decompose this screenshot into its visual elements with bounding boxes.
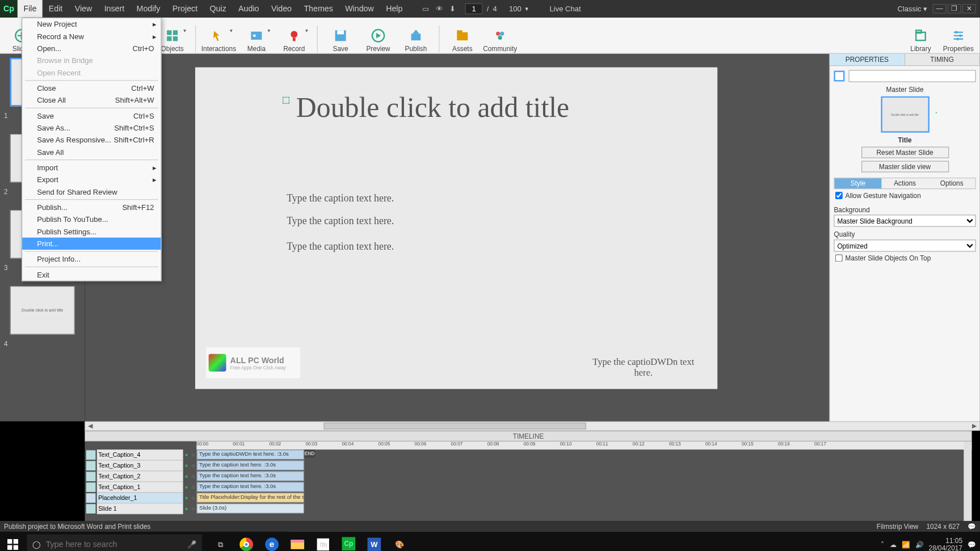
clip-Text_Caption_1[interactable]: Type the caption text here. :3.0s bbox=[196, 482, 304, 492]
menu-window[interactable]: Window bbox=[339, 0, 380, 18]
menu-modify[interactable]: Modify bbox=[131, 0, 166, 18]
task-view-icon[interactable]: ⧉ bbox=[210, 535, 232, 551]
master-slide-view-button[interactable]: Master slide view bbox=[861, 161, 948, 172]
tab-style[interactable]: Style bbox=[835, 178, 882, 188]
clip-Text_Caption_4[interactable]: Type the captioDWDn text here. :3.0s bbox=[196, 449, 304, 460]
tray-notif-icon[interactable]: 💬 bbox=[968, 541, 975, 548]
master-slide-thumb[interactable]: Double click to add title ▸ bbox=[881, 96, 929, 133]
file-menu-save-all[interactable]: Save All bbox=[22, 146, 161, 158]
layer-vis[interactable]: ● bbox=[183, 506, 190, 512]
sel-background[interactable]: Master Slide Background bbox=[834, 214, 975, 226]
tray-volume-icon[interactable]: 🔊 bbox=[915, 541, 923, 548]
master-slide-dd-icon[interactable]: ▸ bbox=[936, 111, 937, 115]
file-menu-exit[interactable]: Exit bbox=[22, 268, 161, 280]
file-menu-close-all[interactable]: Close AllShift+Alt+W bbox=[22, 94, 161, 106]
menu-themes[interactable]: Themes bbox=[298, 0, 339, 18]
slide-canvas[interactable]: Double click to add title Type the capti… bbox=[195, 68, 717, 389]
tab-properties[interactable]: PROPERTIES bbox=[830, 54, 905, 65]
menu-video[interactable]: Video bbox=[265, 0, 298, 18]
chk-ontop[interactable] bbox=[835, 254, 843, 262]
file-menu-import[interactable]: Import▸ bbox=[22, 162, 161, 174]
file-menu-new-project[interactable]: New Project▸ bbox=[22, 18, 161, 30]
live-chat[interactable]: Live Chat bbox=[550, 5, 581, 12]
start-button[interactable] bbox=[0, 532, 26, 551]
file-menu-send-for-shared-review[interactable]: Send for Shared Review bbox=[22, 186, 161, 197]
clip-Placeholder_1[interactable]: Title Placeholder:Display for the rest o… bbox=[196, 493, 304, 503]
hscroll-thumb[interactable] bbox=[323, 423, 586, 430]
canvas-hscroll[interactable]: ◀ ▶ bbox=[85, 421, 979, 431]
paint-icon[interactable]: 🎨 bbox=[389, 535, 411, 551]
caption-1[interactable]: Type the caption text here. bbox=[287, 192, 394, 204]
tool-media[interactable]: Media▼ bbox=[238, 19, 275, 52]
slide-title-placeholder[interactable]: Double click to add title bbox=[296, 91, 569, 124]
doc-icon[interactable]: ▭ bbox=[422, 5, 429, 13]
layer-Text_Caption_4[interactable]: Text_Caption_4 bbox=[97, 449, 183, 460]
chrome-icon[interactable] bbox=[235, 535, 257, 551]
tray-up-icon[interactable]: ˄ bbox=[881, 541, 884, 548]
menu-project[interactable]: Project bbox=[166, 0, 204, 18]
layer-Text_Caption_2[interactable]: Text_Caption_2 bbox=[97, 471, 183, 482]
file-menu-publish-to-youtube-[interactable]: Publish To YouTube... bbox=[22, 213, 161, 225]
layer-vis[interactable]: ● bbox=[183, 452, 190, 459]
hscroll-right[interactable]: ▶ bbox=[970, 423, 979, 430]
tab-timing[interactable]: TIMING bbox=[905, 54, 980, 65]
status-notif-icon[interactable]: 💬 bbox=[968, 523, 975, 530]
edge-icon[interactable]: e bbox=[261, 535, 283, 551]
taskbar-search[interactable]: ◯ 🎤 bbox=[27, 535, 201, 551]
search-input[interactable] bbox=[46, 540, 180, 549]
caption-bottom-right[interactable]: Type the captioDWDn text here. bbox=[583, 357, 704, 378]
file-menu-save-as-responsive-[interactable]: Save As Responsive...Shift+Ctrl+R bbox=[22, 134, 161, 146]
download-icon[interactable]: ⬇ bbox=[449, 5, 456, 13]
maximize-button[interactable]: ❐ bbox=[948, 4, 961, 14]
file-menu-save[interactable]: SaveCtrl+S bbox=[22, 110, 161, 121]
tray-wifi-icon[interactable]: 📶 bbox=[902, 541, 910, 548]
slide-name-input[interactable] bbox=[849, 70, 976, 82]
file-menu-open-[interactable]: Open...Ctrl+O bbox=[22, 43, 161, 54]
layer-vis[interactable]: ● bbox=[183, 473, 190, 480]
file-menu-close[interactable]: CloseCtrl+W bbox=[22, 82, 161, 94]
tool-publish[interactable]: Publish bbox=[397, 19, 435, 52]
clip-Slide 1[interactable]: Slide (3.0s) bbox=[196, 503, 304, 514]
tool-interactions[interactable]: Interactions▼ bbox=[200, 19, 237, 52]
close-button[interactable]: ✕ bbox=[962, 4, 976, 14]
page-current-input[interactable] bbox=[465, 3, 483, 14]
menu-quiz[interactable]: Quiz bbox=[204, 0, 233, 18]
layer-Slide 1[interactable]: Slide 1 bbox=[97, 503, 183, 514]
caption-2[interactable]: Type the caption text here. bbox=[287, 216, 394, 227]
layer-vis[interactable]: ● bbox=[183, 495, 190, 502]
tool-preview[interactable]: Preview bbox=[359, 19, 397, 52]
tool-library[interactable]: Library bbox=[902, 19, 939, 52]
menu-view[interactable]: View bbox=[69, 0, 98, 18]
clip-Text_Caption_2[interactable]: Type the caption text here. :3.0s bbox=[196, 471, 304, 481]
layer-lock[interactable]: ○ bbox=[190, 462, 196, 469]
layer-Text_Caption_1[interactable]: Text_Caption_1 bbox=[97, 482, 183, 493]
captivate-icon[interactable]: Cp bbox=[338, 535, 359, 551]
layer-vis[interactable]: ● bbox=[183, 484, 190, 491]
tool-save[interactable]: Save bbox=[322, 19, 359, 52]
menu-help[interactable]: Help bbox=[380, 0, 409, 18]
tool-community[interactable]: Community bbox=[481, 19, 519, 52]
layer-lock[interactable]: ○ bbox=[190, 484, 196, 491]
timeline-vscroll[interactable] bbox=[964, 441, 971, 521]
store-icon[interactable]: 🛍 bbox=[312, 535, 334, 551]
eye-icon[interactable]: 👁 bbox=[436, 5, 443, 12]
file-menu-publish-settings-[interactable]: Publish Settings... bbox=[22, 225, 161, 237]
workspace-selector[interactable]: Classic ▾ bbox=[898, 5, 928, 13]
mic-icon[interactable]: 🎤 bbox=[187, 540, 197, 549]
menu-audio[interactable]: Audio bbox=[232, 0, 265, 18]
clip-Text_Caption_3[interactable]: Type the caption text here. :3.0s bbox=[196, 460, 304, 470]
menu-edit[interactable]: Edit bbox=[43, 0, 69, 18]
layer-Text_Caption_3[interactable]: Text_Caption_3 bbox=[97, 460, 183, 471]
tab-options[interactable]: Options bbox=[928, 178, 975, 188]
layer-lock[interactable]: ○ bbox=[190, 473, 196, 480]
menu-file[interactable]: File bbox=[18, 0, 43, 18]
hscroll-left[interactable]: ◀ bbox=[86, 423, 95, 430]
word-icon[interactable]: W bbox=[363, 535, 385, 551]
zoom-value[interactable]: 100 bbox=[509, 5, 521, 12]
file-menu-project-info-[interactable]: Project Info... bbox=[22, 253, 161, 265]
layer-lock[interactable]: ○ bbox=[190, 495, 196, 502]
tool-properties[interactable]: Properties bbox=[940, 19, 977, 52]
tray-clock[interactable]: 11:0528/04/2017 bbox=[929, 537, 962, 551]
layer-lock[interactable]: ○ bbox=[190, 452, 196, 459]
tab-actions[interactable]: Actions bbox=[881, 178, 928, 188]
